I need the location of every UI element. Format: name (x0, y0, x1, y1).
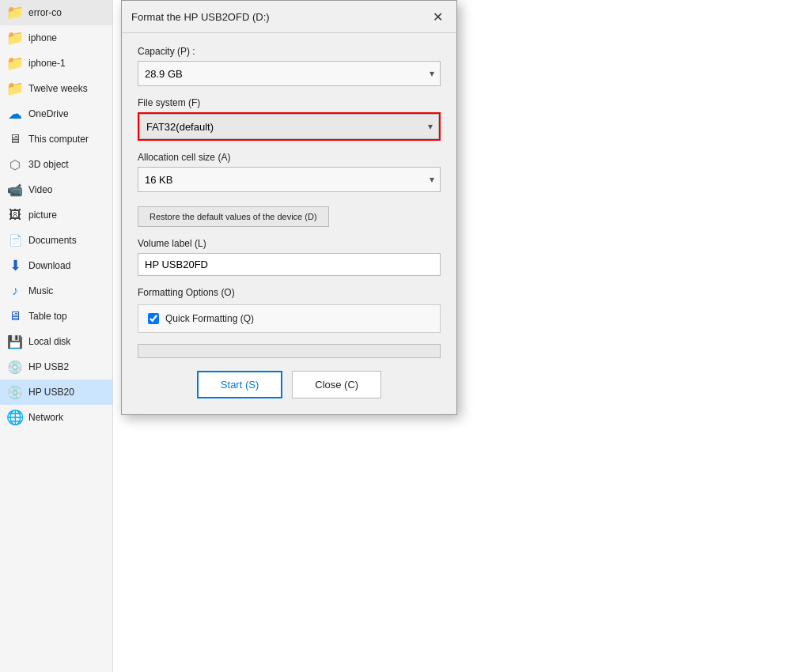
sidebar-item-iphone[interactable]: 📁 iphone (0, 25, 112, 51)
filesystem-select[interactable]: FAT32(default) NTFS exFAT (139, 114, 439, 139)
restore-group: Restore the default values of the device… (138, 203, 441, 227)
quick-format-label[interactable]: Quick Formatting (Q) (165, 313, 254, 324)
formatting-options-label: Formatting Options (O) (138, 287, 441, 298)
sidebar-item-twelve-weeks[interactable]: 📁 Twelve weeks (0, 76, 112, 101)
sidebar-item-label: 3D object (28, 159, 69, 170)
sidebar-item-label: Local disk (28, 336, 70, 347)
sidebar-item-table-top[interactable]: 🖥 Table top (0, 304, 112, 329)
sidebar-item-label: error-co (28, 7, 62, 18)
sidebar-item-label: HP USB2 (28, 361, 69, 372)
sidebar-item-label: This computer (28, 134, 89, 145)
sidebar-item-label: picture (28, 210, 57, 221)
sidebar-item-iphone-1[interactable]: 📁 iphone-1 (0, 51, 112, 76)
onedrive-icon: ☁ (6, 105, 24, 123)
progress-bar-container (138, 344, 441, 358)
sidebar-item-error-co[interactable]: 📁 error-co (0, 0, 112, 25)
picture-icon: 🖼 (6, 206, 24, 224)
hpusb-icon: 💿 (6, 358, 24, 376)
format-dialog: Format the HP USB2OFD (D:) ✕ Capacity (P… (121, 0, 457, 415)
network-icon: 🌐 (6, 409, 24, 426)
folder-icon: 📁 (6, 4, 24, 21)
tabletop-icon: 🖥 (6, 308, 24, 325)
sidebar-item-onedrive[interactable]: ☁ OneDrive (0, 101, 112, 126)
localdisk-icon: 💾 (6, 333, 24, 350)
sidebar-item-label: Music (28, 285, 53, 296)
hpusb20-icon: 💿 (6, 383, 24, 401)
sidebar-item-video[interactable]: 📹 Video (0, 177, 112, 202)
download-icon: ⬇ (6, 257, 24, 274)
allocation-select[interactable]: 16 KB 8 KB 4 KB 2 KB 1 KB 512 bytes (138, 167, 441, 192)
dialog-titlebar: Format the HP USB2OFD (D:) ✕ (122, 1, 456, 33)
folder-icon: 📁 (6, 80, 24, 97)
sidebar-item-label: HP USB20 (28, 387, 74, 398)
volume-label-input[interactable] (138, 253, 441, 276)
quick-format-checkbox[interactable] (148, 313, 159, 324)
video-icon: 📹 (6, 181, 24, 198)
documents-icon: 📄 (6, 232, 24, 249)
sidebar-item-local-disk[interactable]: 💾 Local disk (0, 329, 112, 354)
sidebar-item-picture[interactable]: 🖼 picture (0, 202, 112, 228)
restore-defaults-button[interactable]: Restore the default values of the device… (138, 206, 329, 227)
capacity-label: Capacity (P) : (138, 46, 441, 57)
start-button[interactable]: Start (S) (197, 371, 282, 398)
filesystem-select-wrapper[interactable]: FAT32(default) NTFS exFAT (138, 112, 441, 141)
formatting-options-group: Formatting Options (O) Quick Formatting … (138, 287, 441, 333)
allocation-select-wrapper[interactable]: 16 KB 8 KB 4 KB 2 KB 1 KB 512 bytes (138, 167, 441, 192)
sidebar-item-label: Documents (28, 235, 77, 246)
sidebar-item-3d-object[interactable]: ⬡ 3D object (0, 152, 112, 177)
capacity-select-wrapper[interactable]: 28.9 GB (138, 61, 441, 86)
quick-format-row: Quick Formatting (Q) (148, 313, 430, 324)
sidebar-item-label: OneDrive (28, 108, 69, 119)
computer-icon: 🖥 (6, 130, 24, 148)
sidebar: 📁 error-co 📁 iphone 📁 iphone-1 📁 Twelve … (0, 0, 113, 672)
allocation-group: Allocation cell size (A) 16 KB 8 KB 4 KB… (138, 152, 441, 192)
sidebar-item-download[interactable]: ⬇ Download (0, 253, 112, 278)
sidebar-item-label: Video (28, 184, 52, 195)
sidebar-item-label: Network (28, 412, 63, 423)
formatting-options-container: Quick Formatting (Q) (138, 304, 441, 333)
folder-icon: 📁 (6, 55, 24, 72)
close-button[interactable]: Close (C) (292, 371, 381, 398)
sidebar-item-documents[interactable]: 📄 Documents (0, 228, 112, 253)
sidebar-item-music[interactable]: ♪ Music (0, 278, 112, 304)
sidebar-item-this-computer[interactable]: 🖥 This computer (0, 126, 112, 152)
dialog-close-button[interactable]: ✕ (428, 7, 447, 26)
capacity-select[interactable]: 28.9 GB (138, 61, 441, 86)
volume-label-group: Volume label (L) (138, 238, 441, 276)
allocation-label: Allocation cell size (A) (138, 152, 441, 163)
dialog-title: Format the HP USB2OFD (D:) (131, 11, 270, 23)
dialog-body: Capacity (P) : 28.9 GB File system (F) F… (122, 33, 456, 414)
music-icon: ♪ (6, 282, 24, 300)
filesystem-label: File system (F) (138, 97, 441, 108)
main-area: Format the HP USB2OFD (D:) ✕ Capacity (P… (113, 0, 810, 672)
3d-icon: ⬡ (6, 156, 24, 173)
sidebar-item-label: Table top (28, 311, 67, 322)
folder-icon: 📁 (6, 29, 24, 47)
sidebar-item-label: iphone-1 (28, 58, 66, 69)
capacity-group: Capacity (P) : 28.9 GB (138, 46, 441, 86)
filesystem-group: File system (F) FAT32(default) NTFS exFA… (138, 97, 441, 141)
sidebar-item-label: iphone (28, 32, 57, 43)
sidebar-item-hp-usb2[interactable]: 💿 HP USB2 (0, 354, 112, 379)
sidebar-item-hp-usb20[interactable]: 💿 HP USB20 (0, 379, 112, 405)
volume-label-label: Volume label (L) (138, 238, 441, 249)
sidebar-item-label: Download (28, 260, 70, 271)
sidebar-item-network[interactable]: 🌐 Network (0, 405, 112, 430)
sidebar-item-label: Twelve weeks (28, 83, 88, 94)
dialog-buttons: Start (S) Close (C) (138, 371, 441, 398)
